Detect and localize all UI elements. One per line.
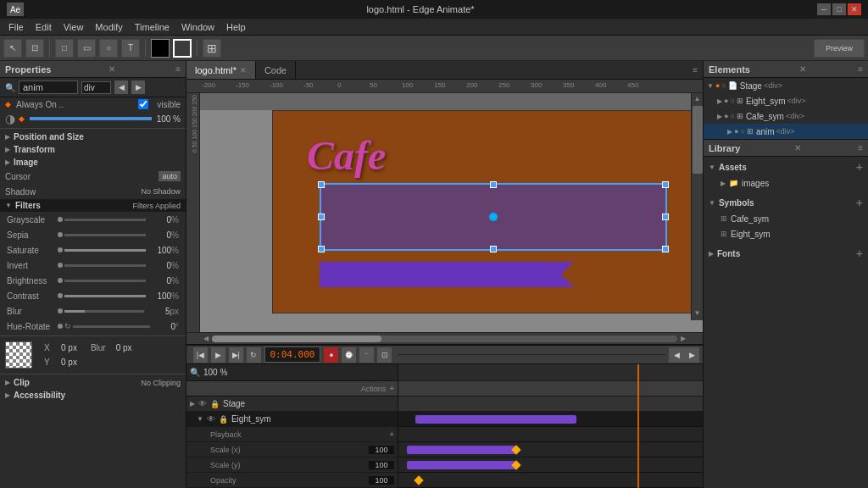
track-stage[interactable]: ▶ 👁 🔒 Stage	[186, 396, 398, 412]
canvas-vscroll[interactable]: ▲ ▼	[691, 93, 703, 320]
canvas-scroll-thumb[interactable]	[693, 106, 703, 174]
el-anim-expand[interactable]: ▶	[727, 128, 732, 136]
hue-rotate-slider[interactable]: ↻	[58, 322, 150, 330]
el-anim-lock[interactable]: ○	[740, 127, 744, 136]
track-eight-lock[interactable]: 🔒	[219, 415, 228, 424]
elements-menu[interactable]: ≡	[858, 64, 863, 74]
menu-timeline[interactable]: Timeline	[130, 20, 175, 34]
handle-ml[interactable]	[318, 214, 325, 220]
track-playback-add[interactable]: +	[389, 430, 394, 439]
tl-loop-button[interactable]: ↻	[247, 347, 261, 363]
handle-tc[interactable]	[490, 181, 497, 188]
horizontal-scrollbar[interactable]: ◀ ▶	[186, 332, 703, 344]
tl-record-button[interactable]: ●	[324, 347, 338, 363]
menu-help[interactable]: Help	[221, 20, 251, 34]
position-section-toggle[interactable]: ▶ Position and Size	[0, 130, 186, 143]
track-stage-eye[interactable]: 👁	[198, 399, 207, 408]
handle-bc[interactable]	[490, 246, 497, 252]
lib-images-row[interactable]: ▶ 📁 images	[704, 175, 868, 191]
sepia-slider[interactable]	[58, 232, 146, 237]
tl-autokey-button[interactable]: ⌚	[342, 347, 356, 363]
track-eight-eye[interactable]: 👁	[207, 414, 215, 424]
preview-button[interactable]: Preview	[814, 39, 865, 58]
symbols-add-btn[interactable]: +	[856, 196, 863, 209]
el-cafe-lock[interactable]: ○	[730, 112, 734, 120]
el-row-stage[interactable]: ▼ ● ○ 📄 Stage <div>	[704, 78, 868, 93]
tl-easing-button[interactable]: ⁻	[359, 347, 374, 363]
scale-x-value[interactable]	[369, 446, 394, 454]
library-close[interactable]: ✕	[794, 143, 801, 152]
menu-window[interactable]: Window	[176, 20, 220, 34]
el-stage-expand[interactable]: ▼	[707, 82, 714, 90]
invert-slider[interactable]	[58, 263, 146, 268]
tool-ellipse[interactable]: ○	[99, 39, 118, 58]
saturate-slider[interactable]	[58, 247, 146, 252]
contrast-slider[interactable]	[58, 293, 146, 298]
handle-bl[interactable]	[318, 246, 325, 252]
el-cafe-eye[interactable]: ●	[724, 112, 728, 120]
handle-tr[interactable]	[662, 181, 669, 188]
el-anim-eye[interactable]: ●	[734, 127, 738, 136]
hscroll-right-arrow[interactable]: ▶	[677, 335, 689, 342]
selection-box[interactable]	[320, 183, 667, 251]
tool-text[interactable]: T	[121, 39, 140, 58]
el-stage-lock[interactable]: ○	[721, 81, 726, 90]
track-eight-sym[interactable]: ▼ 👁 🔒 Eight_sym	[186, 412, 398, 427]
el-row-eight-sym[interactable]: ▶ ● ○ ⊞ Eight_sym <div>	[704, 93, 868, 108]
handle-br[interactable]	[662, 246, 669, 252]
assets-section-header[interactable]: ▼ Assets +	[704, 158, 868, 175]
scale-y-value[interactable]	[369, 461, 394, 469]
fonts-section-header[interactable]: ▶ Fonts +	[704, 245, 868, 262]
maximize-button[interactable]: □	[832, 3, 846, 15]
handle-mr[interactable]	[662, 214, 669, 220]
elements-close[interactable]: ✕	[799, 64, 806, 74]
brightness-slider[interactable]	[58, 278, 146, 283]
element-prev-btn[interactable]: ◀	[114, 80, 128, 94]
hscroll-track[interactable]	[212, 336, 677, 342]
library-menu[interactable]: ≡	[858, 143, 863, 152]
image-section-toggle[interactable]: ▶ Image	[0, 156, 186, 169]
tool-select[interactable]: ↖	[3, 39, 22, 58]
lib-cafe-sym-row[interactable]: ⊞ Cafe_sym	[704, 211, 868, 226]
actions-add-btn[interactable]: +	[389, 384, 394, 393]
menu-edit[interactable]: Edit	[31, 20, 57, 34]
element-name-input[interactable]	[19, 80, 78, 94]
lib-eight-sym-row[interactable]: ⊞ Eight_sym	[704, 226, 868, 241]
blur-slider[interactable]	[58, 308, 144, 313]
canvas-scroll-up[interactable]: ▲	[692, 93, 703, 104]
symbols-section-header[interactable]: ▼ Symbols +	[704, 194, 868, 211]
opacity-track-value[interactable]	[369, 476, 394, 485]
tool-transform[interactable]: ⊡	[25, 39, 44, 58]
el-eight-lock[interactable]: ○	[730, 97, 734, 105]
track-stage-lock[interactable]: 🔒	[210, 400, 220, 408]
tl-play-button[interactable]: ▶	[211, 347, 225, 363]
track-stage-expand[interactable]: ▶	[190, 400, 195, 408]
opacity-kf1[interactable]	[414, 475, 423, 485]
handle-tl[interactable]	[318, 181, 325, 188]
assets-add-btn[interactable]: +	[856, 160, 863, 174]
tool-rounded-rect[interactable]: ▭	[77, 39, 96, 58]
accessibility-section-toggle[interactable]: ▶ Accessibility	[0, 389, 186, 402]
properties-close[interactable]: ✕	[108, 64, 115, 74]
el-cafe-expand[interactable]: ▶	[717, 113, 722, 120]
opacity-slider[interactable]	[30, 117, 152, 120]
menu-file[interactable]: File	[3, 20, 29, 34]
fonts-add-btn[interactable]: +	[856, 247, 863, 260]
properties-menu[interactable]: ≡	[175, 64, 181, 74]
tl-transition-button[interactable]: ⊡	[377, 347, 392, 363]
tool-zoom[interactable]: ⊞	[203, 39, 221, 58]
el-row-cafe-sym[interactable]: ▶ ● ○ ⊞ Cafe_sym <div>	[704, 108, 868, 124]
tab-logo-close[interactable]: ✕	[240, 66, 247, 75]
close-button[interactable]: ✕	[848, 3, 861, 15]
tool-rectangle[interactable]: □	[55, 39, 74, 58]
menu-view[interactable]: View	[58, 20, 89, 34]
el-row-anim[interactable]: ▶ ● ○ ⊞ anim <div>	[704, 124, 868, 139]
tl-scroll-left-btn[interactable]: ◀	[669, 347, 684, 363]
grayscale-slider[interactable]	[58, 217, 146, 222]
minimize-button[interactable]: ─	[817, 3, 831, 15]
transform-section-toggle[interactable]: ▶ Transform	[0, 143, 186, 156]
el-eight-eye[interactable]: ●	[724, 97, 728, 105]
hue-rotate-anim[interactable]: ↻	[64, 322, 71, 330]
canvas-menu-btn[interactable]: ≡	[687, 65, 703, 75]
hscroll-thumb[interactable]	[212, 336, 381, 342]
